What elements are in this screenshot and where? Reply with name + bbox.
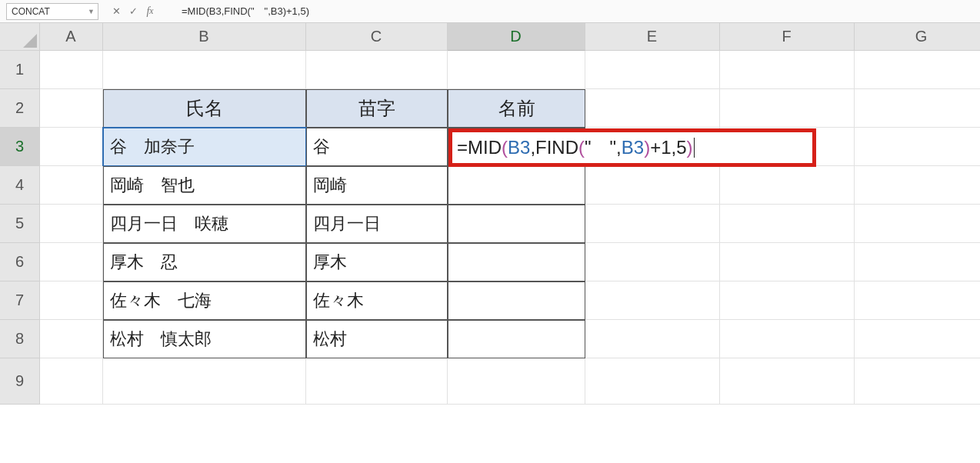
cell-f2[interactable] <box>720 89 855 128</box>
cell-c5[interactable]: 四月一日 <box>306 205 448 243</box>
cell-b2[interactable]: 氏名 <box>103 89 306 128</box>
row-header-3[interactable]: 3 <box>0 128 40 166</box>
cell-g3[interactable] <box>855 128 980 166</box>
cell-e1[interactable] <box>585 51 720 89</box>
cell-a1[interactable] <box>40 51 103 89</box>
cell-a6[interactable] <box>40 243 103 281</box>
formula-token: ) <box>687 137 693 158</box>
cell-c6[interactable]: 厚木 <box>306 243 448 281</box>
cell-b7[interactable]: 佐々木 七海 <box>103 281 306 320</box>
col-header-g[interactable]: G <box>855 23 980 51</box>
cell-e6[interactable] <box>585 243 720 281</box>
cell-g7[interactable] <box>855 281 980 320</box>
cell-g8[interactable] <box>855 320 980 358</box>
cancel-edit-button[interactable]: ✕ <box>108 3 125 20</box>
cell-c4[interactable]: 岡崎 <box>306 166 448 205</box>
formula-token: ( <box>578 137 585 158</box>
cell-d2[interactable]: 名前 <box>448 89 585 128</box>
cell-e7[interactable] <box>585 281 720 320</box>
cell-e9[interactable] <box>585 358 720 405</box>
cell-d8[interactable] <box>448 320 585 358</box>
editing-formula-overlay[interactable]: =MID(B3,FIND(" ",B3)+1,5) <box>448 128 816 167</box>
cell-a4[interactable] <box>40 166 103 205</box>
name-box[interactable]: CONCAT ▼ <box>6 3 98 20</box>
cell-b9[interactable] <box>103 358 306 405</box>
cell-b1[interactable] <box>103 51 306 89</box>
cell-f1[interactable] <box>720 51 855 89</box>
cell-f6[interactable] <box>720 243 855 281</box>
name-box-value: CONCAT <box>12 6 50 17</box>
cell-g1[interactable] <box>855 51 980 89</box>
row-header-9[interactable]: 9 <box>0 358 40 405</box>
cell-c1[interactable] <box>306 51 448 89</box>
cell-g4[interactable] <box>855 166 980 205</box>
row-header-6[interactable]: 6 <box>0 243 40 281</box>
cell-d5[interactable] <box>448 205 585 243</box>
cell-a2[interactable] <box>40 89 103 128</box>
cell-a3[interactable] <box>40 128 103 166</box>
formula-token: B3 <box>508 137 530 158</box>
col-header-c[interactable]: C <box>306 23 448 51</box>
cell-e4[interactable] <box>585 166 720 205</box>
formula-bar: CONCAT ▼ ✕ ✓ fx =MID(B3,FIND(" ",B3)+1,5… <box>0 0 980 23</box>
cell-f8[interactable] <box>720 320 855 358</box>
cell-g6[interactable] <box>855 243 980 281</box>
cell-g5[interactable] <box>855 205 980 243</box>
cell-a9[interactable] <box>40 358 103 405</box>
formula-token: ,FIND <box>530 137 578 158</box>
cell-b4[interactable]: 岡崎 智也 <box>103 166 306 205</box>
formula-token: =MID <box>457 137 502 158</box>
fx-icon[interactable]: fx <box>142 3 158 20</box>
row-header-2[interactable]: 2 <box>0 89 40 128</box>
row-header-8[interactable]: 8 <box>0 320 40 358</box>
chevron-down-icon[interactable]: ▼ <box>88 8 95 15</box>
formula-token: " " <box>585 135 616 160</box>
col-header-b[interactable]: B <box>103 23 306 51</box>
cell-f9[interactable] <box>720 358 855 405</box>
cell-c8[interactable]: 松村 <box>306 320 448 358</box>
cell-e2[interactable] <box>585 89 720 128</box>
formula-input[interactable]: =MID(B3,FIND(" ",B3)+1,5) <box>163 3 980 20</box>
cell-b5[interactable]: 四月一日 咲穂 <box>103 205 306 243</box>
cell-c2[interactable]: 苗字 <box>306 89 448 128</box>
cell-c9[interactable] <box>306 358 448 405</box>
cell-g9[interactable] <box>855 358 980 405</box>
formula-token: +1,5 <box>650 137 686 158</box>
row-header-5[interactable]: 5 <box>0 205 40 243</box>
text-cursor <box>694 138 695 158</box>
cell-a7[interactable] <box>40 281 103 320</box>
select-all-corner[interactable] <box>0 23 40 51</box>
cell-d1[interactable] <box>448 51 585 89</box>
cell-a5[interactable] <box>40 205 103 243</box>
cell-e5[interactable] <box>585 205 720 243</box>
row-header-4[interactable]: 4 <box>0 166 40 205</box>
formula-token: B3 <box>622 137 644 158</box>
col-header-d[interactable]: D <box>448 23 585 51</box>
confirm-edit-button[interactable]: ✓ <box>125 3 142 20</box>
col-header-a[interactable]: A <box>40 23 103 51</box>
cell-d4[interactable] <box>448 166 585 205</box>
col-header-e[interactable]: E <box>585 23 720 51</box>
cell-c7[interactable]: 佐々木 <box>306 281 448 320</box>
row-header-1[interactable]: 1 <box>0 51 40 89</box>
cell-c3[interactable]: 谷 <box>306 128 448 166</box>
formula-input-text: =MID(B3,FIND(" ",B3)+1,5) <box>182 5 309 18</box>
cell-b3[interactable]: 谷 加奈子 <box>103 128 306 166</box>
col-header-f[interactable]: F <box>720 23 855 51</box>
cell-b6[interactable]: 厚木 忍 <box>103 243 306 281</box>
formula-token: ( <box>502 137 508 158</box>
cell-g2[interactable] <box>855 89 980 128</box>
cell-f4[interactable] <box>720 166 855 205</box>
cell-d3[interactable]: =MID(B3,FIND(" ",B3)+1,5) <box>448 128 585 166</box>
row-header-7[interactable]: 7 <box>0 281 40 320</box>
cell-a8[interactable] <box>40 320 103 358</box>
cell-d7[interactable] <box>448 281 585 320</box>
formula-token: ) <box>644 137 650 158</box>
cell-d9[interactable] <box>448 358 585 405</box>
cell-f5[interactable] <box>720 205 855 243</box>
cell-d6[interactable] <box>448 243 585 281</box>
cell-f7[interactable] <box>720 281 855 320</box>
cell-b8[interactable]: 松村 慎太郎 <box>103 320 306 358</box>
cell-e8[interactable] <box>585 320 720 358</box>
formula-token: , <box>616 137 622 158</box>
